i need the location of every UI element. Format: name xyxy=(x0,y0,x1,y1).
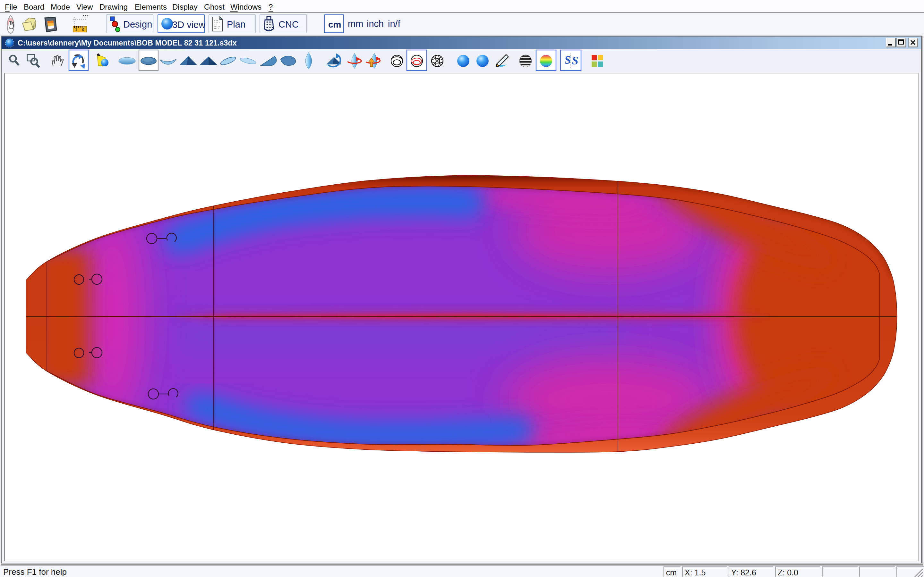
svg-text:0: 0 xyxy=(82,27,84,32)
svg-text:S: S xyxy=(564,53,571,66)
svg-text:S: S xyxy=(572,54,578,67)
svg-text:1: 1 xyxy=(75,27,78,32)
